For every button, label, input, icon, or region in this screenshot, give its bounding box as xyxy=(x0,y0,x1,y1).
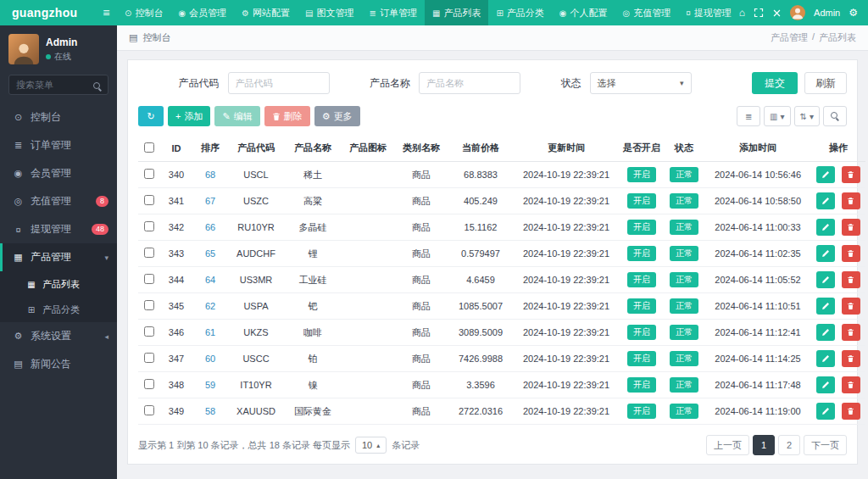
column-header-category[interactable]: 类别名称 xyxy=(394,135,448,162)
row-delete-button[interactable] xyxy=(842,403,860,420)
row-checkbox[interactable] xyxy=(144,274,154,284)
row-checkbox[interactable] xyxy=(144,300,154,310)
topnav-item-members[interactable]: ◉会员管理 xyxy=(170,0,234,25)
sidebar-item-members[interactable]: ◉ 会员管理 xyxy=(0,159,117,187)
status-badge[interactable]: 正常 xyxy=(670,377,698,393)
open-toggle-badge[interactable]: 开启 xyxy=(627,351,656,366)
column-header-icon[interactable]: 产品图标 xyxy=(342,135,394,162)
table-search-button[interactable] xyxy=(823,106,847,126)
fullscreen-icon[interactable] xyxy=(754,8,764,18)
reset-button[interactable]: 刷新 xyxy=(804,72,847,94)
row-edit-button[interactable] xyxy=(816,245,835,262)
row-edit-button[interactable] xyxy=(816,403,835,420)
row-edit-button[interactable] xyxy=(816,192,835,209)
column-header-id[interactable]: ID xyxy=(160,135,192,162)
status-badge[interactable]: 正常 xyxy=(670,193,698,209)
submit-button[interactable]: 提交 xyxy=(752,72,798,94)
row-edit-button[interactable] xyxy=(816,298,835,315)
delete-button[interactable]: 删除 xyxy=(264,106,310,126)
topnav-item-console[interactable]: ⊙控制台 xyxy=(117,0,170,25)
sort-link[interactable]: 68 xyxy=(205,170,215,180)
search-icon[interactable] xyxy=(93,80,103,95)
sidebar-item-withdraw[interactable]: ¤ 提现管理 48 xyxy=(0,215,117,243)
open-toggle-badge[interactable]: 开启 xyxy=(627,404,656,419)
sidebar-item-console[interactable]: ⊙ 控制台 xyxy=(0,103,117,131)
topnav-item-site-config[interactable]: ⚙网站配置 xyxy=(234,0,298,25)
column-header-operations[interactable]: 操作 xyxy=(811,135,865,162)
status-badge[interactable]: 正常 xyxy=(670,246,698,261)
refresh-button[interactable]: ↻ xyxy=(138,106,164,126)
topnav-item-recharge[interactable]: ◎充值管理 xyxy=(615,0,679,25)
menu-toggle-icon[interactable]: ≡ xyxy=(96,0,117,25)
topnav-item-profile-config[interactable]: ◉个人配置 xyxy=(552,0,615,25)
column-header-sort[interactable]: 排序 xyxy=(192,135,228,162)
row-checkbox[interactable] xyxy=(144,353,154,363)
column-header-status[interactable]: 状态 xyxy=(664,135,704,162)
topnav-item-product-category[interactable]: ⊞产品分类 xyxy=(488,0,551,25)
column-header-created[interactable]: 添加时间 xyxy=(704,135,811,162)
sidebar-subitem-product-list[interactable]: ▦ 产品列表 xyxy=(0,271,117,297)
clear-cache-icon[interactable] xyxy=(772,8,782,18)
column-header-price[interactable]: 当前价格 xyxy=(448,135,513,162)
row-delete-button[interactable] xyxy=(842,192,860,209)
topbar-username[interactable]: Admin xyxy=(814,8,840,18)
row-checkbox[interactable] xyxy=(144,326,154,337)
sort-link[interactable]: 60 xyxy=(205,354,215,364)
more-button[interactable]: ⚙更多 xyxy=(314,106,360,126)
prev-page-button[interactable]: 上一页 xyxy=(706,435,749,455)
row-delete-button[interactable] xyxy=(842,298,860,315)
sidebar-item-recharge[interactable]: ◎ 充值管理 8 xyxy=(0,187,117,215)
breadcrumb-section[interactable]: 产品管理 xyxy=(771,31,808,44)
topnav-item-media[interactable]: ▤图文管理 xyxy=(298,0,361,25)
row-delete-button[interactable] xyxy=(842,376,860,393)
row-checkbox[interactable] xyxy=(144,195,154,205)
open-toggle-badge[interactable]: 开启 xyxy=(627,298,656,314)
sidebar-item-news[interactable]: ▤ 新闻公告 xyxy=(0,350,117,378)
open-toggle-badge[interactable]: 开启 xyxy=(627,325,656,340)
view-list-button[interactable]: ≣ xyxy=(737,106,760,126)
topnav-item-orders[interactable]: ≣订单管理 xyxy=(362,0,425,25)
sidebar-subitem-product-category[interactable]: ⊞ 产品分类 xyxy=(0,297,117,322)
open-toggle-badge[interactable]: 开启 xyxy=(627,246,656,261)
sort-link[interactable]: 65 xyxy=(205,248,215,259)
status-badge[interactable]: 正常 xyxy=(670,404,698,419)
select-all-checkbox[interactable] xyxy=(144,142,154,153)
sidebar-item-system-settings[interactable]: ⚙ 系统设置 ◂ xyxy=(0,322,117,350)
sort-link[interactable]: 58 xyxy=(205,406,215,416)
sort-link[interactable]: 67 xyxy=(205,196,215,206)
open-toggle-badge[interactable]: 开启 xyxy=(627,167,656,182)
home-icon[interactable]: ⌂ xyxy=(739,7,745,19)
column-header-open[interactable]: 是否开启 xyxy=(620,135,664,162)
sort-link[interactable]: 61 xyxy=(205,327,215,337)
column-header-code[interactable]: 产品代码 xyxy=(228,135,284,162)
next-page-button[interactable]: 下一页 xyxy=(804,435,847,455)
row-delete-button[interactable] xyxy=(842,219,860,236)
open-toggle-badge[interactable]: 开启 xyxy=(627,193,656,209)
page-button-2[interactable]: 2 xyxy=(778,435,800,455)
sort-link[interactable]: 62 xyxy=(205,301,215,311)
row-delete-button[interactable] xyxy=(842,166,860,183)
row-delete-button[interactable] xyxy=(842,350,860,367)
status-badge[interactable]: 正常 xyxy=(670,351,698,366)
status-badge[interactable]: 正常 xyxy=(670,298,698,314)
row-edit-button[interactable] xyxy=(816,271,835,288)
open-toggle-badge[interactable]: 开启 xyxy=(627,272,656,287)
row-delete-button[interactable] xyxy=(842,271,860,288)
page-button-1[interactable]: 1 xyxy=(753,435,775,455)
topbar-avatar[interactable] xyxy=(790,5,805,20)
row-checkbox[interactable] xyxy=(144,379,154,389)
status-badge[interactable]: 正常 xyxy=(670,325,698,340)
sort-link[interactable]: 59 xyxy=(205,380,215,390)
add-button[interactable]: +添加 xyxy=(168,106,210,126)
topnav-item-product-list[interactable]: ▦产品列表 xyxy=(425,0,488,25)
column-header-name[interactable]: 产品名称 xyxy=(284,135,342,162)
edit-button[interactable]: ✎编辑 xyxy=(214,106,259,126)
status-badge[interactable]: 正常 xyxy=(670,167,698,182)
status-select[interactable]: 选择 ▾ xyxy=(590,72,692,94)
column-header-updated[interactable]: 更新时间 xyxy=(513,135,620,162)
row-delete-button[interactable] xyxy=(842,245,860,262)
row-checkbox[interactable] xyxy=(144,221,154,231)
sort-link[interactable]: 64 xyxy=(205,275,215,285)
avatar[interactable] xyxy=(8,34,39,64)
export-dropdown-button[interactable]: ⇅▾ xyxy=(794,106,820,126)
